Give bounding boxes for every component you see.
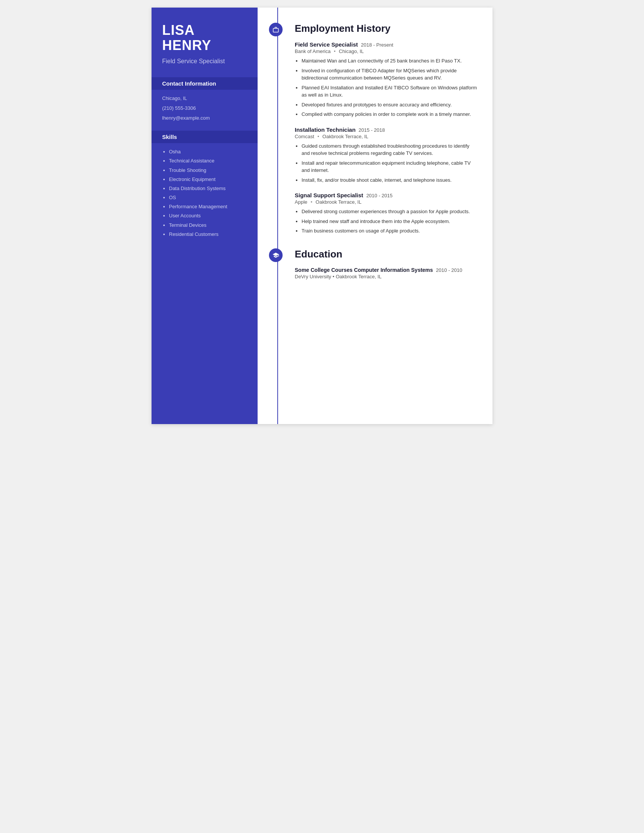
job-item: Signal Support Specialist 2010 - 2015 Ap… — [288, 192, 477, 235]
job-header: Signal Support Specialist 2010 - 2015 — [295, 192, 477, 198]
job-dates: 2010 - 2015 — [366, 193, 393, 198]
sidebar: LISA HENRY Field Service Specialist Cont… — [151, 8, 258, 424]
skill-item: Trouble Shooting — [169, 167, 247, 174]
job-item: Field Service Specialist 2018 - Present … — [288, 41, 477, 118]
main-content: Employment History Field Service Special… — [258, 8, 493, 424]
job-company: Bank of America • Chicago, IL — [295, 48, 477, 54]
job-bullet: Install and repair telecommunication equ… — [301, 159, 477, 174]
education-section: Education Some College Courses Computer … — [265, 248, 477, 280]
job-bullet: Complied with company policies in order … — [301, 111, 477, 118]
job-bullet: Delivered strong customer experiences th… — [301, 208, 477, 215]
skills-list: Osha Technical Assistance Trouble Shooti… — [162, 148, 247, 238]
skill-item: Technical Assistance — [169, 158, 247, 164]
edu-school: DeVry University • Oakbrook Terrace, IL — [295, 274, 477, 280]
graduation-cap-icon — [272, 252, 279, 259]
candidate-name: LISA HENRY — [162, 23, 247, 53]
education-section-title: Education — [288, 248, 477, 260]
job-bullet: Install, fix, and/or trouble shoot cable… — [301, 177, 477, 184]
contact-info-header: Contact Information — [151, 77, 258, 90]
job-title: Signal Support Specialist — [295, 192, 363, 198]
job-bullet: Planned EAI Installation and Installed E… — [301, 84, 477, 99]
job-dates: 2018 - Present — [361, 42, 393, 48]
skill-item: Data Distribution Systems — [169, 185, 247, 192]
candidate-title: Field Service Specialist — [162, 57, 247, 66]
edu-header: Some College Courses Computer Informatio… — [295, 267, 477, 273]
skill-item: Osha — [169, 148, 247, 155]
skill-item: Performance Management — [169, 203, 247, 210]
job-title: Field Service Specialist — [295, 41, 358, 48]
job-bullet: Guided customers through established tro… — [301, 142, 477, 157]
employment-section-title: Employment History — [288, 23, 477, 34]
skill-item: User Accounts — [169, 212, 247, 219]
job-bullets: Guided customers through established tro… — [295, 142, 477, 184]
job-bullet: Maintained Wan and Lan connectivity of 2… — [301, 57, 477, 65]
job-header: Installation Technician 2015 - 2018 — [295, 127, 477, 133]
education-icon — [269, 248, 283, 262]
job-bullet: Developed fixtures and prototypes to ens… — [301, 101, 477, 109]
job-bullet: Help trained new staff and introduce the… — [301, 218, 477, 225]
skill-item: Electronic Equipment — [169, 176, 247, 183]
edu-dates: 2010 - 2010 — [436, 267, 462, 273]
job-company: Apple • Oakbrook Terrace, IL — [295, 199, 477, 205]
employment-section: Employment History Field Service Special… — [265, 23, 477, 235]
job-item: Installation Technician 2015 - 2018 Comc… — [288, 127, 477, 184]
skills-header: Skills — [151, 130, 258, 143]
contact-email: lhenry@example.com — [162, 115, 247, 122]
job-bullet: Train business customers on usage of App… — [301, 227, 477, 235]
contact-location: Chicago, IL — [162, 95, 247, 102]
skill-item: Terminal Devices — [169, 222, 247, 229]
job-title: Installation Technician — [295, 127, 356, 133]
skill-item: OS — [169, 194, 247, 201]
job-bullets: Delivered strong customer experiences th… — [295, 208, 477, 235]
job-header: Field Service Specialist 2018 - Present — [295, 41, 477, 48]
skill-item: Residential Customers — [169, 231, 247, 238]
job-bullets: Maintained Wan and Lan connectivity of 2… — [295, 57, 477, 118]
briefcase-icon — [272, 26, 279, 33]
job-bullet: Involved in configuration of TIBCO Adapt… — [301, 67, 477, 82]
edu-degree: Some College Courses Computer Informatio… — [295, 267, 433, 273]
contact-phone: (210) 555-3306 — [162, 105, 247, 112]
education-item: Some College Courses Computer Informatio… — [288, 267, 477, 280]
employment-icon — [269, 23, 283, 36]
job-company: Comcast • Oakbrook Terrace, IL — [295, 133, 477, 139]
job-dates: 2015 - 2018 — [359, 127, 385, 133]
